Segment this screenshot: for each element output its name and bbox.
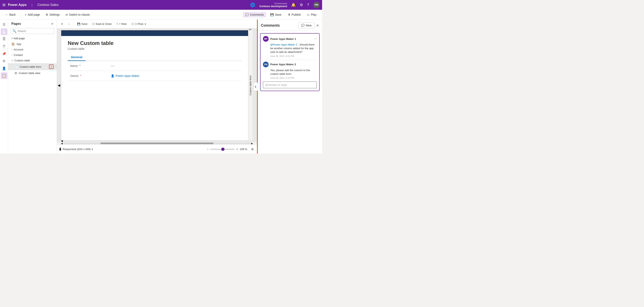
gear-icon[interactable]: ⚙ [300, 3, 303, 7]
owner-label: Owner * [68, 71, 108, 81]
custom-table-label: Custom table [14, 59, 30, 62]
tab-general[interactable]: General [68, 54, 86, 61]
nav-items: 🏠 App › Account › Contact ∨ Custom table… [8, 41, 57, 154]
env-info: Environment Contoso development [259, 2, 287, 8]
comment-author-2: Power Apps Maker 2 [270, 63, 317, 66]
comment-avatar-2: PM [263, 62, 268, 67]
publish-button[interactable]: ⬆ Publish [286, 12, 304, 18]
owner-value[interactable]: 👤 Power Apps Maker [108, 71, 242, 81]
name-required: * [79, 64, 80, 68]
env-name: Contoso development [259, 5, 287, 8]
ctb-divider-1 [74, 22, 74, 26]
left-sidebar: ☰ 📄 🗄 ⏱ 📌 ⧉ 👤 📋 [0, 20, 8, 154]
pages-icon[interactable]: 📄 [1, 28, 7, 35]
comment-time-1: June 28, 2022, 4:02 PM [263, 55, 317, 57]
canvas-toolbar: ≡ ← 💾 Save ⬡ Save & Close + + New ⬡ ⬡ Fl… [57, 20, 257, 28]
env-label: Environment [274, 2, 287, 5]
mention-reply-input[interactable]: @mention or reply [263, 82, 317, 88]
canvas-scroll-down[interactable]: ▼ [61, 140, 64, 142]
user-avatar[interactable]: PM [313, 2, 320, 8]
custom-table-form-label: Custom table form [20, 65, 41, 68]
owner-value-text: 👤 Power Apps Maker [111, 74, 239, 78]
comments-button[interactable]: 💬 Comments [243, 12, 266, 18]
comment-item-1: MP Power Apps Maker 1 ··· @Power Apps Ma… [263, 36, 317, 57]
zoom-minus[interactable]: − [206, 148, 208, 151]
nav-item-custom-table-form[interactable]: 📄 Custom table form 1 [8, 63, 57, 70]
zoom-slider[interactable] [210, 149, 235, 150]
pin-icon[interactable]: 📌 [1, 50, 7, 57]
comment-text-2: Yes, please add the column to the custom… [263, 68, 317, 76]
canvas-save-button[interactable]: 💾 Save [76, 21, 89, 26]
grid-icon[interactable]: ⊞ [2, 3, 6, 7]
collapse-button[interactable]: ❮ [254, 82, 258, 91]
copy-icon[interactable]: ⧉ [1, 58, 7, 64]
scroll-bar-right[interactable]: ▶ [251, 142, 253, 144]
panel-header: Pages ✕ [8, 20, 57, 27]
canvas-save-close-button[interactable]: ⬡ Save & Close [91, 21, 113, 26]
scroll-track[interactable] [63, 142, 251, 144]
comment-menu-1[interactable]: ··· [314, 37, 317, 41]
comment-header-2: PM Power Apps Maker 2 [263, 62, 317, 67]
form-subtitle: Custom table [68, 47, 242, 50]
env-icon: 🌐 [250, 2, 255, 7]
custom-table-chevron: ∨ [12, 59, 13, 62]
tab-bar: General [68, 54, 242, 61]
zoom-plus[interactable]: + [236, 148, 238, 151]
comments-header: Comments 💬 New ✕ [258, 20, 322, 31]
play-button[interactable]: ▷ Play [305, 12, 319, 18]
comments-close-icon[interactable]: ✕ [316, 24, 319, 28]
comments-icon: 💬 [245, 13, 249, 16]
person-icon[interactable]: 👤 [1, 65, 7, 72]
nav-item-account[interactable]: › Account [8, 47, 57, 52]
panel-title: Pages [12, 22, 21, 26]
nav-item-custom-table-view[interactable]: ⊞ Custom table view [8, 70, 57, 76]
canvas-save-label: Save [81, 22, 88, 26]
search-input[interactable] [18, 30, 52, 32]
data-icon[interactable]: 🗄 [1, 36, 7, 42]
nav-item-custom-table[interactable]: ∨ Custom table [8, 58, 57, 63]
form-icon[interactable]: 📋 [1, 72, 7, 79]
comment-text-1: @Power Apps Maker 2 · Should there be an… [263, 43, 317, 54]
help-icon[interactable]: ? [307, 3, 309, 7]
canvas-area: ≡ ← 💾 Save ⬡ Save & Close + + New ⬡ ⬡ Fl… [57, 20, 257, 154]
view-nav-icon: ⊞ [15, 71, 17, 74]
target-icon[interactable]: ⊕ [251, 147, 254, 151]
responsive-selector[interactable]: 📱 Responsive (624 x 449) ∨ [58, 148, 93, 151]
panel-close-icon[interactable]: ✕ [51, 22, 54, 26]
save-button[interactable]: 💾 Save [268, 12, 284, 18]
switch-classic-button[interactable]: ⇄ Switch to classic [64, 12, 92, 18]
new-comment-button[interactable]: 💬 New [298, 22, 314, 28]
name-value[interactable]: --- [108, 61, 242, 71]
history-icon[interactable]: ⏱ [1, 43, 7, 50]
canvas-new-button[interactable]: + + New [115, 21, 128, 26]
new-comment-icon: 💬 [301, 24, 304, 27]
nav-item-app[interactable]: 🏠 App [8, 41, 57, 47]
bottom-scrollbar[interactable]: ◀ ▶ [57, 142, 257, 144]
canvas-save-close-label: Save & Close [96, 22, 112, 26]
cp-actions: 💬 New ✕ [298, 22, 319, 28]
add-page-nav-button[interactable]: + Add page [8, 36, 57, 41]
canvas-flow-button[interactable]: ⬡ ⬡ Flow ∨ [130, 21, 148, 26]
vertical-label[interactable]: Custom table form [248, 30, 253, 140]
add-page-icon: + [25, 13, 26, 16]
canvas-scroll-left[interactable]: ◀ [57, 28, 61, 142]
responsive-label: Responsive (624 x 449) [63, 148, 90, 151]
responsive-icon: 📱 [58, 148, 62, 151]
settings-button[interactable]: ⚙ Settings [44, 12, 62, 18]
bell-icon[interactable]: 🔔 [291, 3, 296, 7]
drag-handle[interactable]: ≡ [60, 21, 64, 27]
play-icon: ▷ [308, 13, 310, 16]
canvas-back-button[interactable]: ← [66, 21, 72, 26]
nav-item-contact[interactable]: › Contact [8, 52, 57, 58]
zoom-control: − + 109 % ⊕ [206, 147, 254, 151]
switch-icon: ⇄ [66, 13, 68, 16]
add-page-button[interactable]: + Add page [23, 12, 42, 18]
add-page-label: Add page [28, 13, 40, 16]
search-icon: 🔍 [12, 29, 16, 33]
comment-time-2: June 28, 2022, 4:10 PM [263, 77, 317, 79]
settings-icon: ⚙ [46, 13, 48, 16]
reply-divider [263, 60, 317, 60]
play-label: Play [311, 13, 316, 16]
hamburger-icon[interactable]: ☰ [1, 21, 7, 28]
back-button[interactable]: ← Back [3, 12, 18, 18]
